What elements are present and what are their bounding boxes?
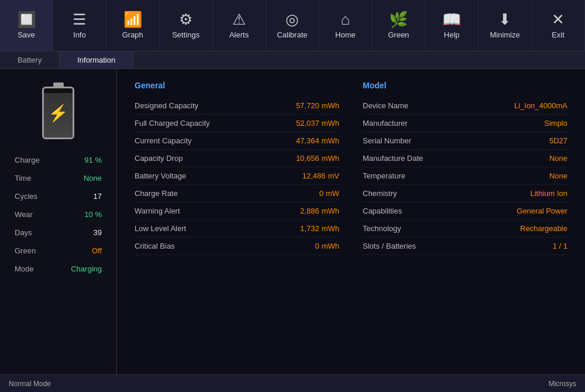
toolbar-item-help[interactable]: 📖Help — [425, 0, 479, 51]
info-row-unit: mWh — [322, 136, 339, 145]
toolbar-label-settings: Settings — [172, 30, 199, 39]
toolbar-item-green[interactable]: 🌿Green — [372, 0, 425, 51]
sidebar-label-green: Green — [15, 246, 36, 255]
info-content: General Designed Capacity57,720mWhFull C… — [117, 69, 585, 374]
info-row-label: Critical Bias — [135, 242, 175, 250]
model-row-value: Rechargeable — [520, 224, 567, 233]
model-row-value: 1 / 1 — [553, 242, 567, 250]
info-row-label: Current Capacity — [135, 136, 192, 145]
home-icon: ⌂ — [341, 12, 350, 27]
info-row-label: Capacity Drop — [135, 154, 183, 163]
model-row-label: Capabilities — [363, 207, 402, 215]
info-icon: ☰ — [73, 12, 86, 27]
toolbar-item-settings[interactable]: ⚙Settings — [160, 0, 213, 51]
model-row-label: Temperature — [363, 171, 405, 180]
breadcrumb-item-information[interactable]: Information — [60, 51, 133, 68]
sidebar-value-wear: 10 % — [84, 210, 102, 219]
model-row-value: None — [549, 171, 567, 180]
toolbar-item-graph[interactable]: 📶Graph — [106, 0, 160, 51]
info-row-value: 2,886 — [300, 207, 319, 215]
calibrate-icon: ◎ — [285, 12, 299, 27]
sidebar-value-days: 39 — [94, 228, 102, 237]
main-area: ⚡ Charge91 %TimeNoneCycles17Wear10 %Days… — [0, 69, 585, 374]
model-info-row: TemperatureNone — [363, 167, 567, 185]
general-info-row: Capacity Drop10,656mWh — [135, 150, 339, 167]
sidebar-row-green: GreenOff — [6, 242, 111, 260]
sidebar-row-mode: ModeCharging — [6, 260, 111, 278]
save-icon: 🔲 — [17, 12, 36, 27]
toolbar-label-help: Help — [444, 30, 460, 39]
model-row-label: Manufacturer — [363, 119, 408, 128]
sidebar-label-days: Days — [15, 228, 32, 237]
model-row-value: 5D27 — [549, 136, 567, 145]
general-section: General Designed Capacity57,720mWhFull C… — [135, 81, 339, 255]
sidebar-label-mode: Mode — [15, 264, 34, 273]
breadcrumb-item-battery[interactable]: Battery — [0, 51, 60, 68]
toolbar-item-alerts[interactable]: ⚠Alerts — [213, 0, 266, 51]
toolbar-item-calibrate[interactable]: ◎Calibrate — [266, 0, 319, 51]
info-row-value: 52,037 — [296, 119, 319, 128]
sidebar-row-cycles: Cycles17 — [6, 187, 111, 205]
general-info-row: Warning Alert2,886mWh — [135, 202, 339, 220]
sidebar-label-charge: Charge — [15, 156, 40, 164]
battery-bolt-icon: ⚡ — [48, 104, 68, 123]
info-row-unit: mWh — [322, 154, 339, 163]
model-row-label: Chemistry — [363, 189, 397, 198]
model-row-label: Manufacture Date — [363, 154, 423, 163]
info-row-value: 12,486 — [302, 171, 326, 180]
model-info-row: Slots / Batteries1 / 1 — [363, 238, 567, 255]
sidebar-row-charge: Charge91 % — [6, 151, 111, 169]
toolbar-label-minimize: Minimize — [490, 30, 519, 39]
toolbar-item-save[interactable]: 🔲Save — [0, 0, 53, 51]
model-row-value: Li_Ion_4000mA — [514, 101, 567, 110]
info-row-unit: mWh — [322, 101, 339, 110]
info-row-unit: mWh — [322, 119, 339, 128]
model-info-row: Manufacture DateNone — [363, 150, 567, 167]
info-row-unit: mW — [326, 189, 339, 198]
model-info-row: Serial Number5D27 — [363, 132, 567, 150]
toolbar-label-alerts: Alerts — [229, 30, 249, 39]
breadcrumb-bar: BatteryInformation — [0, 51, 585, 69]
info-row-unit: mWh — [322, 224, 339, 233]
model-row-value: Simplo — [544, 119, 567, 128]
green-icon: 🌿 — [389, 12, 408, 27]
sidebar-row-days: Days39 — [6, 223, 111, 242]
toolbar-item-minimize[interactable]: ⬇Minimize — [479, 0, 532, 51]
info-row-label: Warning Alert — [135, 207, 180, 215]
info-row-value-wrap: 57,720mWh — [296, 101, 339, 110]
model-header: Model — [363, 81, 567, 90]
toolbar-label-exit: Exit — [552, 30, 565, 39]
battery-icon: ⚡ — [42, 87, 74, 139]
toolbar-label-home: Home — [335, 30, 356, 39]
general-info-row: Low Level Alert1,732mWh — [135, 220, 339, 238]
info-row-value-wrap: 2,886mWh — [300, 207, 339, 215]
model-info-row: TechnologyRechargeable — [363, 220, 567, 238]
toolbar-label-green: Green — [388, 30, 409, 39]
model-info-row: CapabilitiesGeneral Power — [363, 202, 567, 220]
toolbar-item-exit[interactable]: ✕Exit — [532, 0, 585, 51]
status-right: Microsys — [549, 380, 576, 388]
info-row-label: Battery Voltage — [135, 171, 186, 180]
sidebar-label-time: Time — [15, 174, 31, 183]
sidebar-label-wear: Wear — [15, 210, 33, 219]
info-row-value-wrap: 0mW — [319, 189, 339, 198]
info-row-label: Full Charged Capacity — [135, 119, 210, 128]
toolbar-label-graph: Graph — [122, 30, 143, 39]
model-row-label: Slots / Batteries — [363, 242, 416, 250]
info-row-label: Charge Rate — [135, 189, 178, 198]
info-row-value-wrap: 52,037mWh — [296, 119, 339, 128]
model-row-label: Device Name — [363, 101, 408, 110]
toolbar-label-calibrate: Calibrate — [277, 30, 307, 39]
general-info-row: Current Capacity47,364mWh — [135, 132, 339, 150]
info-row-value-wrap: 1,732mWh — [300, 224, 339, 233]
general-info-row: Battery Voltage12,486mV — [135, 167, 339, 185]
toolbar-item-home[interactable]: ⌂Home — [319, 0, 372, 51]
model-row-label: Serial Number — [363, 136, 411, 145]
info-row-unit: mWh — [322, 242, 339, 250]
statusbar: Normal Mode Microsys — [0, 374, 585, 392]
general-info-row: Charge Rate0mW — [135, 185, 339, 202]
info-row-unit: mWh — [322, 207, 339, 215]
sidebar-value-time: None — [84, 174, 102, 183]
info-row-value-wrap: 47,364mWh — [296, 136, 339, 145]
toolbar-item-info[interactable]: ☰Info — [53, 0, 106, 51]
